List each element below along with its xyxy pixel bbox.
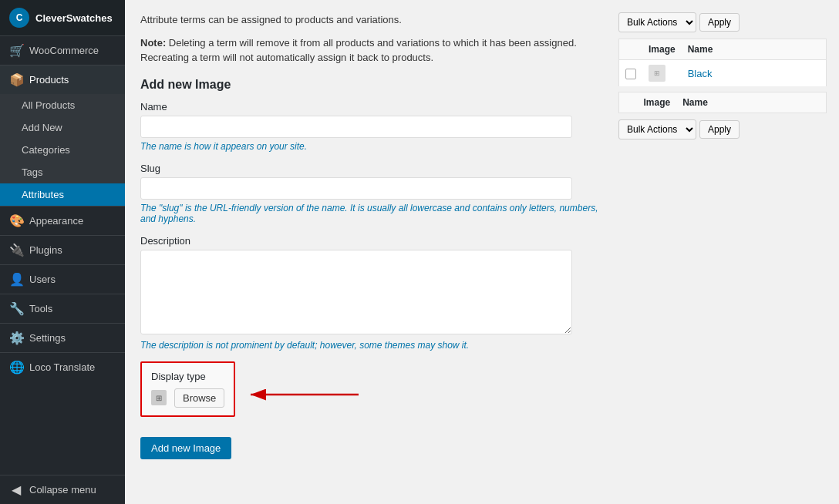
sidebar-item-woocommerce[interactable]: 🛒 WooCommerce — [0, 36, 125, 65]
display-icon: ⊞ — [151, 390, 167, 405]
woocommerce-label: WooCommerce — [29, 45, 99, 56]
tags-label: Tags — [22, 166, 42, 178]
products-icon: 📦 — [9, 72, 23, 87]
tools-label: Tools — [29, 303, 52, 314]
bottom-toolbar: Bulk Actions Apply — [618, 119, 827, 139]
display-type-label: Display type — [151, 371, 224, 382]
slug-input[interactable] — [140, 177, 572, 200]
name-hint: The name is how it appears on your site. — [140, 141, 606, 152]
section-title: Add new Image — [140, 78, 606, 92]
bulk-actions-top-select[interactable]: Bulk Actions — [618, 12, 696, 32]
users-label: Users — [29, 274, 56, 285]
right-panel: Bulk Actions Apply Image Name — [618, 12, 827, 492]
name-input[interactable] — [140, 116, 572, 138]
browse-button[interactable]: Browse — [174, 388, 224, 408]
col-image-bottom: Image — [638, 92, 677, 113]
appearance-icon: 🎨 — [9, 213, 23, 228]
col-name-bottom: Name — [676, 92, 826, 113]
loco-icon: 🌐 — [9, 360, 23, 375]
sidebar-item-appearance[interactable]: 🎨 Appearance — [0, 207, 125, 235]
table-row: ⊞ Black — [619, 60, 827, 87]
sidebar-item-all-products[interactable]: All Products — [0, 94, 125, 116]
bulk-actions-bottom-select[interactable]: Bulk Actions — [618, 119, 696, 139]
sidebar-item-plugins[interactable]: 🔌 Plugins — [0, 236, 125, 264]
sidebar-item-collapse[interactable]: ◀ Collapse menu — [0, 475, 125, 504]
display-type-inner: ⊞ Browse — [151, 388, 224, 408]
products-submenu: All Products Add New Categories Tags Att… — [0, 94, 125, 206]
slug-hint: The "slug" is the URL-friendly version o… — [140, 203, 606, 224]
col-image-top: Image — [642, 39, 682, 60]
plugins-label: Plugins — [29, 244, 62, 256]
row-checkbox[interactable] — [625, 69, 636, 79]
sidebar-item-attributes[interactable]: Attributes — [0, 183, 125, 206]
attributes-table-bottom: Image Name — [618, 92, 827, 113]
categories-label: Categories — [22, 144, 70, 156]
add-new-image-button[interactable]: Add new Image — [140, 437, 231, 459]
all-products-label: All Products — [22, 99, 75, 111]
collapse-label: Collapse menu — [29, 484, 96, 496]
arrow-indicator — [243, 383, 366, 406]
description-input[interactable] — [140, 250, 572, 334]
tools-icon: 🔧 — [9, 301, 23, 316]
row-image: ⊞ — [649, 65, 665, 82]
description-label: Description — [140, 235, 606, 247]
sidebar-item-categories[interactable]: Categories — [0, 139, 125, 161]
attributes-label: Attributes — [22, 189, 64, 200]
appearance-label: Appearance — [29, 215, 83, 227]
settings-icon: ⚙️ — [9, 331, 23, 345]
description-hint: The description is not prominent by defa… — [140, 340, 606, 351]
plugins-icon: 🔌 — [9, 243, 23, 257]
slug-label: Slug — [140, 163, 606, 174]
apply-bottom-button[interactable]: Apply — [699, 120, 740, 139]
display-type-box: Display type ⊞ Browse — [140, 361, 235, 417]
name-label: Name — [140, 101, 606, 113]
top-toolbar: Bulk Actions Apply — [618, 12, 827, 32]
sidebar-item-users[interactable]: 👤 Users — [0, 265, 125, 294]
brand-item[interactable]: C CleverSwatches — [0, 0, 125, 35]
settings-label: Settings — [29, 332, 66, 344]
col-name-top: Name — [682, 39, 827, 60]
loco-translate-label: Loco Translate — [29, 361, 95, 373]
add-new-label: Add New — [22, 122, 62, 133]
sidebar-item-tools[interactable]: 🔧 Tools — [0, 294, 125, 323]
name-group: Name The name is how it appears on your … — [140, 101, 606, 152]
sidebar-item-tags[interactable]: Tags — [0, 161, 125, 183]
woocommerce-icon: 🛒 — [9, 43, 23, 58]
users-icon: 👤 — [9, 272, 23, 287]
collapse-icon: ◀ — [9, 482, 23, 497]
brand-icon: C — [9, 8, 29, 28]
products-label: Products — [29, 74, 69, 86]
sidebar-item-settings[interactable]: ⚙️ Settings — [0, 324, 125, 352]
notice-line2: Note: Deleting a term will remove it fro… — [140, 35, 606, 66]
left-panel: Attribute terms can be assigned to produ… — [140, 12, 606, 492]
apply-top-button[interactable]: Apply — [699, 13, 740, 32]
brand-label: CleverSwatches — [35, 12, 113, 24]
col-checkbox-top — [619, 39, 643, 60]
main-content: Attribute terms can be assigned to produ… — [125, 0, 839, 504]
notice-line1: Attribute terms can be assigned to produ… — [140, 12, 606, 28]
description-group: Description The description is not promi… — [140, 235, 606, 351]
slug-group: Slug The "slug" is the URL-friendly vers… — [140, 163, 606, 224]
row-name-link[interactable]: Black — [688, 68, 713, 79]
sidebar-item-add-new[interactable]: Add New — [0, 116, 125, 139]
sidebar: C CleverSwatches 🛒 WooCommerce 📦 Product… — [0, 0, 125, 504]
sidebar-item-products[interactable]: 📦 Products — [0, 66, 125, 94]
col-checkbox-bottom — [619, 92, 638, 113]
sidebar-item-loco-translate[interactable]: 🌐 Loco Translate — [0, 353, 125, 381]
attributes-table-top: Image Name ⊞ Black — [618, 39, 827, 87]
